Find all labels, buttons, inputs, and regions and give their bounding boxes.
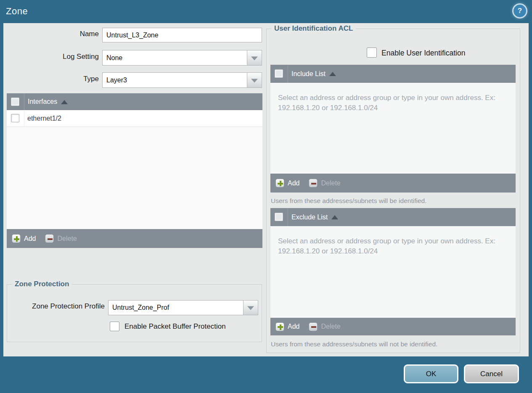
- plus-icon: [12, 234, 21, 243]
- interfaces-delete-button[interactable]: Delete: [45, 234, 77, 243]
- minus-icon: [309, 179, 318, 187]
- include-delete-button[interactable]: Delete: [309, 179, 340, 187]
- column-divider: [24, 110, 24, 127]
- dialog-titlebar: Zone ?: [0, 0, 532, 23]
- exclude-delete-button[interactable]: Delete: [309, 322, 340, 331]
- column-divider: [288, 65, 288, 83]
- plus-icon: [275, 322, 284, 331]
- help-icon[interactable]: ?: [513, 5, 526, 17]
- include-list-column-header[interactable]: Include List: [291, 70, 326, 78]
- dialog-body: Name Log Setting Type Interfaces: [3, 23, 529, 356]
- include-list-header: Include List: [270, 65, 516, 83]
- exclude-list-body[interactable]: Select an address or address group or ty…: [270, 226, 516, 318]
- interfaces-select-all-checkbox[interactable]: [11, 98, 19, 106]
- minus-icon: [309, 322, 318, 331]
- include-list-body[interactable]: Select an address or address group or ty…: [270, 83, 516, 174]
- exclude-list-placeholder: Select an address or address group or ty…: [278, 236, 497, 256]
- exclude-list-column-header[interactable]: Exclude List: [291, 214, 328, 221]
- exclude-list-caption: Users from these addresses/subnets will …: [271, 340, 437, 348]
- sort-ascending-icon[interactable]: [329, 72, 336, 76]
- ok-button[interactable]: OK: [404, 364, 458, 383]
- interfaces-table-header: Interfaces: [7, 93, 262, 110]
- chevron-down-icon: [251, 79, 258, 82]
- zone-protection-profile-dropdown-button[interactable]: [243, 300, 258, 315]
- interface-row-checkbox[interactable]: [11, 114, 19, 122]
- column-divider: [24, 93, 24, 110]
- enable-user-identification-checkbox[interactable]: [367, 47, 377, 58]
- log-setting-label: Log Setting: [3, 53, 99, 61]
- include-list-select-all-checkbox[interactable]: [275, 69, 283, 78]
- interface-name: ethernet1/2: [27, 115, 61, 122]
- zone-dialog: Zone ? Name Log Setting Type Interfaces: [0, 0, 532, 393]
- chevron-down-icon: [251, 56, 258, 60]
- interfaces-table: Interfaces ethernet1/2 Add Delete: [7, 93, 262, 248]
- zone-protection-profile-label: Zone Protection Profile: [7, 302, 105, 311]
- user-identification-acl-legend: User Identification ACL: [271, 24, 356, 33]
- exclude-list-select-all-checkbox[interactable]: [275, 213, 283, 221]
- enable-packet-buffer-protection-checkbox[interactable]: [110, 322, 119, 331]
- exclude-add-button[interactable]: Add: [275, 322, 299, 331]
- log-setting-dropdown-button[interactable]: [247, 50, 262, 66]
- include-list-table: Include List Select an address or addres…: [270, 65, 516, 193]
- type-dropdown-button[interactable]: [247, 72, 262, 88]
- enable-packet-buffer-protection-label: Enable Packet Buffer Protection: [124, 322, 226, 331]
- zone-protection-profile-input[interactable]: [108, 300, 244, 315]
- sort-ascending-icon[interactable]: [331, 215, 338, 219]
- include-list-toolbar: Add Delete: [270, 174, 516, 193]
- interfaces-table-toolbar: Add Delete: [7, 229, 262, 248]
- exclude-list-table: Exclude List Select an address or addres…: [270, 208, 516, 335]
- include-add-button[interactable]: Add: [275, 179, 299, 187]
- name-input[interactable]: [102, 28, 262, 42]
- exclude-list-toolbar: Add Delete: [270, 318, 516, 335]
- name-label: Name: [3, 30, 99, 38]
- zone-protection-section: Zone Protection Zone Protection Profile …: [7, 284, 262, 342]
- type-label: Type: [3, 75, 99, 83]
- column-divider: [288, 208, 288, 226]
- cancel-button[interactable]: Cancel: [464, 364, 519, 383]
- dialog-title: Zone: [6, 6, 28, 17]
- zone-protection-legend: Zone Protection: [12, 280, 72, 288]
- interfaces-column-header[interactable]: Interfaces: [28, 98, 57, 106]
- log-setting-input[interactable]: [102, 50, 247, 66]
- type-input[interactable]: [102, 72, 247, 88]
- user-identification-acl-section: User Identification ACL Enable User Iden…: [266, 29, 520, 353]
- interfaces-table-body: ethernet1/2: [7, 110, 262, 229]
- chevron-down-icon: [247, 306, 254, 310]
- enable-user-identification-label: Enable User Identification: [381, 49, 465, 58]
- include-list-caption: Users from these addresses/subnets will …: [271, 197, 426, 205]
- sort-ascending-icon[interactable]: [61, 100, 68, 104]
- plus-icon: [275, 179, 284, 187]
- interfaces-add-button[interactable]: Add: [12, 234, 36, 243]
- table-row[interactable]: ethernet1/2: [7, 110, 262, 127]
- include-list-placeholder: Select an address or address group or ty…: [278, 93, 497, 113]
- exclude-list-header: Exclude List: [270, 208, 516, 226]
- minus-icon: [45, 234, 54, 243]
